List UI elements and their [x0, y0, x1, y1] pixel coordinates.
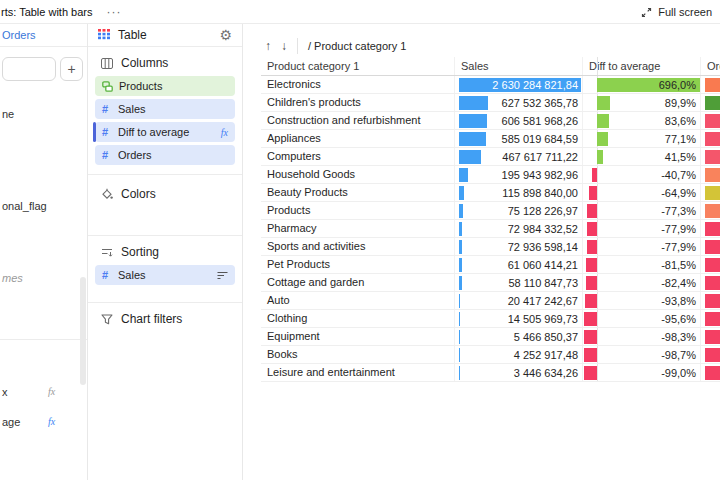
diff-bar	[584, 366, 597, 380]
diff-value: 77,1%	[665, 130, 696, 147]
table-row-products[interactable]: Products75 128 226,97-77,3%	[261, 202, 720, 220]
column-item-sales[interactable]: #Sales	[95, 99, 235, 119]
diff-value: -64,9%	[661, 184, 696, 201]
sales-value: 72 984 332,52	[508, 220, 578, 237]
sales-bar	[459, 186, 464, 200]
sales-value: 14 505 969,73	[508, 310, 578, 327]
table-row-cottage-and-garden[interactable]: Cottage and garden58 110 847,73-82,4%	[261, 274, 720, 292]
header-sales[interactable]: Sales	[455, 57, 583, 75]
field-search-input[interactable]	[2, 57, 56, 81]
cell-orders	[701, 328, 720, 345]
column-item-label: Orders	[118, 149, 228, 161]
cell-category: Computers	[261, 148, 455, 165]
cell-category: Household Goods	[261, 166, 455, 183]
chart-filters-section: Chart filters	[88, 303, 242, 335]
table-row-clothing[interactable]: Clothing14 505 969,73-95,6%	[261, 310, 720, 328]
colors-section: Colors	[88, 175, 242, 236]
table-row-children-s-products[interactable]: Children's products627 532 365,7889,9%	[261, 94, 720, 112]
diff-value: 83,6%	[665, 112, 696, 129]
table-row-household-goods[interactable]: Household Goods195 943 982,96-40,7%	[261, 166, 720, 184]
header-diff-to-average[interactable]: Diff to average	[583, 57, 701, 75]
orders-bar	[705, 276, 720, 290]
cell-category: Pet Products	[261, 256, 455, 273]
full-screen-button[interactable]: Full screen	[641, 0, 712, 24]
funnel-icon	[100, 314, 113, 325]
column-item-diff-to-average[interactable]: #Diff to averagefx	[95, 122, 235, 142]
sales-bar	[459, 96, 488, 110]
diff-value: -95,6%	[661, 310, 696, 327]
sorting-item-sales[interactable]: #Sales	[95, 265, 235, 285]
formula-fx-icon[interactable]: fx	[221, 127, 228, 138]
cell-orders	[701, 202, 720, 219]
cell-diff-to-average: -40,7%	[583, 166, 701, 183]
drill-down-button[interactable]: ↓	[281, 39, 287, 53]
breadcrumb-level-label[interactable]: / Product category 1	[308, 40, 406, 52]
sales-value: 5 466 850,37	[514, 328, 578, 345]
table-row-electronics[interactable]: Electronics2 630 284 821,84696,0%	[261, 76, 720, 94]
table-row-leisure-and-entertainment[interactable]: Leisure and entertainment3 446 634,26-99…	[261, 364, 720, 382]
orders-bar	[705, 186, 720, 200]
table-row-books[interactable]: Books4 252 917,48-98,7%	[261, 346, 720, 364]
more-menu-button[interactable]: ···	[107, 7, 122, 17]
sorting-section-label: Sorting	[121, 245, 159, 259]
table-row-pet-products[interactable]: Pet Products61 060 414,21-81,5%	[261, 256, 720, 274]
table-row-pharmacy[interactable]: Pharmacy72 984 332,52-77,9%	[261, 220, 720, 238]
table-body: Electronics2 630 284 821,84696,0%Childre…	[261, 76, 720, 382]
category-label: Cottage and garden	[261, 274, 454, 291]
category-label: Pet Products	[261, 256, 454, 273]
cell-category: Books	[261, 346, 455, 363]
column-item-products[interactable]: Products	[95, 76, 235, 96]
table-row-equipment[interactable]: Equipment5 466 850,37-98,3%	[261, 328, 720, 346]
diff-bar	[585, 294, 597, 308]
table-row-appliances[interactable]: Appliances585 019 684,5977,1%	[261, 130, 720, 148]
sales-bar	[459, 330, 460, 344]
orders-bar	[705, 330, 720, 344]
table-row-auto[interactable]: Auto20 417 242,67-93,8%	[261, 292, 720, 310]
field-item-mes[interactable]: mes	[2, 272, 23, 284]
table-row-computers[interactable]: Computers467 617 711,2241,5%	[261, 148, 720, 166]
cell-diff-to-average: 89,9%	[583, 94, 701, 111]
cell-sales: 61 060 414,21	[455, 256, 583, 273]
tab-orders[interactable]: Orders	[2, 29, 36, 41]
cell-sales: 14 505 969,73	[455, 310, 583, 327]
drill-up-button[interactable]: ↑	[265, 39, 271, 53]
gear-icon[interactable]: ⚙	[219, 28, 232, 42]
diff-value: 41,5%	[665, 148, 696, 165]
formula-field-x[interactable]: x	[2, 386, 8, 398]
field-item-onal-flag[interactable]: onal_flag	[2, 200, 47, 212]
header-orders[interactable]: Orders	[701, 57, 720, 75]
column-item-orders[interactable]: #Orders	[95, 145, 235, 165]
cell-orders	[701, 292, 720, 309]
sales-value: 4 252 917,48	[514, 346, 578, 363]
header-product-category[interactable]: Product category 1	[261, 57, 455, 75]
sort-desc-icon[interactable]	[217, 271, 228, 280]
cell-diff-to-average: -98,7%	[583, 346, 701, 363]
sales-bar	[459, 294, 460, 308]
cell-category: Construction and refurbishment	[261, 112, 455, 129]
columns-items: Products#Sales#Diff to averagefx#Orders	[88, 76, 242, 165]
sales-bar	[459, 150, 481, 164]
cell-diff-to-average: -95,6%	[583, 310, 701, 327]
category-label: Sports and activities	[261, 238, 454, 255]
cell-sales: 4 252 917,48	[455, 346, 583, 363]
diff-bar	[597, 114, 609, 128]
table-row-construction-and-refurbishment[interactable]: Construction and refurbishment606 581 96…	[261, 112, 720, 130]
sales-bar	[459, 240, 462, 254]
table-row-beauty-products[interactable]: Beauty Products115 898 840,00-64,9%	[261, 184, 720, 202]
formula-field-age[interactable]: age	[2, 416, 20, 428]
category-label: Equipment	[261, 328, 454, 345]
sales-bar	[459, 114, 487, 128]
measure-hash-icon: #	[102, 103, 112, 115]
cell-diff-to-average: 77,1%	[583, 130, 701, 147]
sales-value: 195 943 982,96	[502, 166, 578, 183]
column-item-label: Sales	[118, 103, 228, 115]
add-field-button[interactable]: +	[60, 57, 83, 81]
sales-value: 75 128 226,97	[508, 202, 578, 219]
sales-bar	[459, 276, 462, 290]
chart-filters-label: Chart filters	[121, 312, 182, 326]
field-item-ne[interactable]: ne	[2, 108, 14, 120]
cell-sales: 5 466 850,37	[455, 328, 583, 345]
sales-value: 72 936 598,14	[508, 238, 578, 255]
fields-scrollbar[interactable]	[80, 277, 86, 385]
table-row-sports-and-activities[interactable]: Sports and activities72 936 598,14-77,9%	[261, 238, 720, 256]
